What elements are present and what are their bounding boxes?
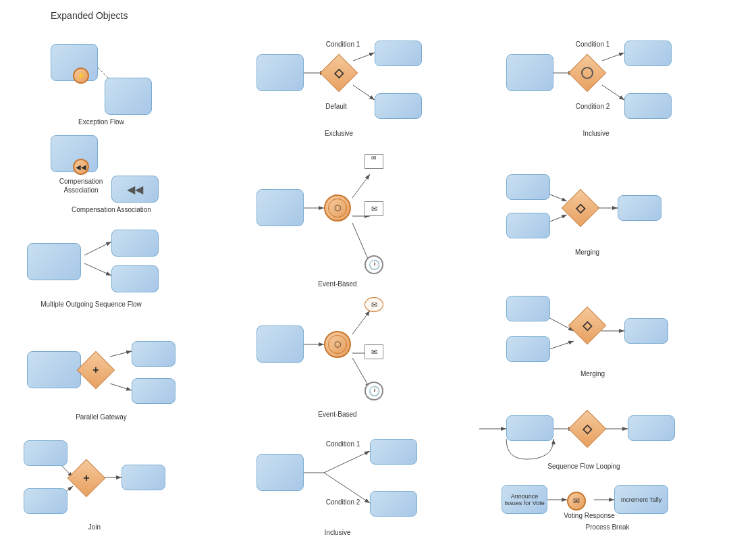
multi-label: Multiple Outgoing Sequence Flow: [24, 301, 159, 308]
exclusive-task-src[interactable]: [256, 54, 304, 91]
merging2-task-src2[interactable]: [506, 336, 550, 362]
announce-label: Announce Issues for Vote: [504, 493, 545, 506]
svg-line-12: [353, 53, 375, 61]
svg-line-15: [352, 174, 370, 198]
svg-line-13: [353, 85, 375, 100]
inclusive-top-task-out2[interactable]: [624, 93, 672, 119]
inclusive-bot-task-src[interactable]: [256, 454, 304, 491]
inclusive-gateway-icon: [574, 60, 600, 86]
eventbased1-task-src[interactable]: [256, 189, 304, 226]
event-clock-1: 🕐: [364, 255, 383, 274]
multi-task-src[interactable]: [27, 243, 81, 280]
process-break-label: Process Break: [567, 523, 648, 531]
process-break-task-src[interactable]: Announce Issues for Vote: [502, 485, 547, 514]
parallel-gateway-icon: +: [83, 357, 109, 383]
loop-label: Sequence Flow Looping: [533, 463, 634, 470]
merging1-gateway[interactable]: ◇: [562, 189, 600, 228]
merging2-label: Merging: [566, 370, 620, 377]
eventbased2-task-src[interactable]: [256, 325, 304, 363]
join-task-src2[interactable]: [24, 488, 68, 514]
exception-task-2[interactable]: [105, 78, 152, 115]
inclusive-bot-label: Inclusive: [307, 529, 368, 536]
svg-line-4: [84, 263, 111, 276]
comp-task-2[interactable]: ◀◀: [111, 176, 159, 203]
page-title: Expanded Objects: [51, 10, 128, 21]
merging2-task-out[interactable]: [624, 318, 668, 344]
loop-gateway[interactable]: ◇: [568, 410, 607, 448]
multi-task-out1[interactable]: [111, 230, 159, 257]
parallel-label: Parallel Gateway: [47, 413, 155, 421]
event-gateway-1[interactable]: ⬡: [324, 194, 351, 222]
exclusive-cond1: Condition 1: [316, 41, 370, 48]
join-gateway[interactable]: +: [68, 459, 106, 498]
voting-event: ✉: [567, 492, 586, 511]
eventbased1-task-out2[interactable]: [370, 199, 414, 225]
svg-line-23: [324, 451, 370, 473]
inclusive-top-label: Inclusive: [566, 130, 626, 137]
join-task-src1[interactable]: [24, 440, 68, 466]
parallel-task-src[interactable]: [27, 351, 81, 388]
voting-label: Voting Response: [562, 512, 616, 519]
svg-line-27: [602, 85, 624, 100]
parallel-task-out2[interactable]: [132, 378, 176, 404]
merging1-task-src1[interactable]: [506, 174, 550, 200]
merging2-gateway-icon: ◇: [574, 313, 600, 338]
loop-task-src[interactable]: [506, 415, 554, 441]
event-envelope-2: ✉: [364, 344, 383, 359]
eventbased1-label: Event-Based: [307, 280, 368, 288]
comp-label: Compensation Association: [57, 206, 165, 213]
inclusive-top-task-src[interactable]: [506, 54, 554, 91]
parallel-task-out1[interactable]: [132, 341, 176, 367]
inclusive-bot-cond1: Condition 1: [316, 440, 370, 448]
exception-event: ⚡: [73, 68, 89, 84]
merging1-task-out[interactable]: [618, 195, 662, 221]
process-break-task-out[interactable]: Increment Tally: [614, 485, 668, 514]
increment-label: Increment Tally: [621, 496, 662, 503]
inclusive-top-cond2: Condition 2: [566, 103, 620, 110]
inclusive-gateway[interactable]: [568, 54, 607, 93]
svg-line-26: [602, 53, 624, 61]
exclusive-task-out2[interactable]: [375, 93, 422, 119]
compensation-event: ◀◀: [73, 159, 89, 175]
svg-line-6: [110, 351, 132, 357]
merging2-gateway[interactable]: ◇: [568, 307, 607, 345]
parallel-gateway[interactable]: +: [77, 351, 115, 390]
event-envelope-1: ✉: [364, 297, 383, 312]
inclusive-top-task-out1[interactable]: [624, 41, 672, 66]
eventbased2-label: Event-Based: [307, 411, 368, 418]
svg-line-19: [352, 311, 370, 334]
inclusive-bot-task-out2[interactable]: [370, 491, 417, 517]
svg-line-7: [110, 384, 132, 390]
exclusive-default: Default: [316, 103, 356, 110]
inclusive-top-cond1: Condition 1: [566, 41, 620, 48]
join-gateway-icon: +: [74, 465, 99, 491]
inclusive-bot-cond2: Condition 2: [316, 498, 370, 506]
exception-flow-label: Exception Flow: [68, 118, 135, 126]
exclusive-label: Exclusive: [312, 130, 366, 137]
multi-task-out2[interactable]: [111, 265, 159, 292]
event-clock-2: 🕐: [364, 382, 383, 400]
merging1-gateway-icon: ◇: [568, 195, 593, 221]
inclusive-bot-task-out1[interactable]: [370, 439, 417, 465]
event-gateway-2[interactable]: ⬡: [324, 331, 351, 358]
merging1-label: Merging: [560, 249, 614, 256]
join-label: Join: [68, 523, 122, 531]
loop-task-out[interactable]: [628, 415, 675, 441]
merging2-task-src1[interactable]: [506, 296, 550, 321]
join-task-out[interactable]: [122, 465, 165, 490]
exclusive-task-out1[interactable]: [375, 41, 422, 66]
comp-sub-label: CompensationAssociation: [54, 177, 108, 194]
exclusive-gateway-icon: ◇: [326, 60, 352, 86]
merging1-task-src2[interactable]: [506, 213, 550, 238]
eventbased1-task-out1[interactable]: [370, 157, 414, 182]
exclusive-gateway[interactable]: ◇: [320, 54, 358, 93]
svg-line-3: [84, 242, 111, 255]
loop-gateway-icon: ◇: [574, 416, 600, 442]
